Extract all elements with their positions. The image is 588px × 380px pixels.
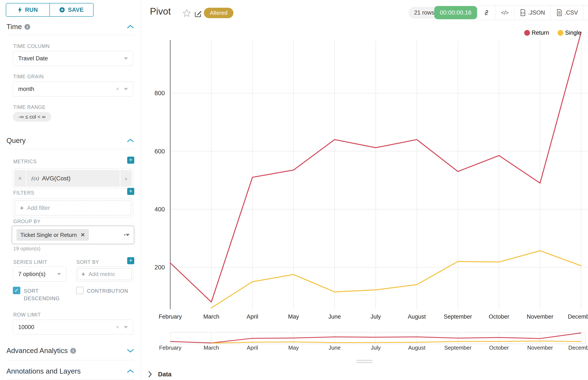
save-label: SAVE [68, 7, 84, 13]
advanced-analytics-title: Advanced Analytics [6, 347, 68, 355]
metric-pill[interactable]: ƒ(x) AVG(Cost) [26, 170, 120, 187]
mini-x-tick-label: April [247, 344, 258, 351]
more-menu-button[interactable] [584, 5, 588, 20]
mini-series-line-Single [211, 341, 581, 343]
add-metric-dashed[interactable]: + Add metric [78, 268, 132, 280]
sort-descending-control[interactable]: ✓ SORT DESCENDING [13, 287, 66, 302]
embed-code-button[interactable]: </> [495, 5, 514, 20]
row-limit-select[interactable]: 10000 × [13, 320, 133, 335]
y-axis-tick-label: 200 [155, 264, 165, 271]
mini-x-tick-label: June [328, 344, 341, 351]
csv-label: .CSV [565, 9, 578, 16]
mini-x-tick-label: November [527, 344, 553, 351]
info-icon[interactable]: i [70, 348, 76, 354]
clear-icon[interactable]: × [116, 324, 119, 331]
chevron-down-icon[interactable] [127, 349, 134, 353]
time-grain-select[interactable]: month × [13, 81, 133, 96]
series-limit-select[interactable]: 7 option(s) [13, 266, 66, 282]
advanced-analytics-header[interactable]: Advanced Analytics i [6, 347, 134, 355]
remove-tag-icon[interactable]: ✕ [81, 232, 85, 238]
clear-icon[interactable]: × [124, 233, 126, 237]
time-column-label: TIME COLUMN [13, 43, 50, 49]
series-line-Single [211, 251, 581, 308]
mini-x-tick-label: July [371, 344, 381, 351]
plus-circle-icon [59, 7, 65, 13]
copy-link-button[interactable] [478, 5, 495, 20]
legend-item-single[interactable]: Single [558, 30, 581, 36]
legend-item-return[interactable]: Return [524, 30, 549, 36]
query-section-title: Query [6, 136, 26, 145]
run-button[interactable]: RUN [6, 3, 49, 16]
chart-series [170, 32, 581, 308]
time-section-title: Time [6, 23, 22, 31]
group-by-select[interactable]: Ticket Single or Return ✕ × [12, 226, 134, 244]
export-json-button[interactable]: .JSON [514, 5, 551, 20]
time-column-value: Travel Date [18, 55, 124, 62]
x-axis-tick-label: May [288, 313, 299, 320]
filters-dropzone: + Add filter [13, 199, 133, 217]
mini-x-tick-label: December [568, 344, 588, 351]
group-by-tag[interactable]: Ticket Single or Return ✕ [17, 229, 89, 241]
annotations-header[interactable]: Annotations and Layers [6, 367, 134, 375]
x-axis-tick-label: April [247, 313, 258, 320]
info-icon[interactable]: i [24, 24, 30, 30]
section-divider [6, 35, 134, 35]
time-range-label: TIME RANGE [13, 104, 46, 110]
x-axis-tick-label: September [444, 313, 472, 320]
mini-x-tick-label: February [159, 344, 181, 351]
x-axis-tick-label: June [328, 313, 341, 320]
mini-x-tick-label: August [408, 344, 426, 351]
edit-icon[interactable] [194, 9, 202, 18]
add-metric-button[interactable]: + [127, 157, 134, 164]
clear-icon[interactable]: × [116, 86, 119, 93]
add-metric-text: Add metric [89, 271, 115, 278]
run-label: RUN [25, 7, 38, 13]
group-by-tag-label: Ticket Single or Return [20, 232, 77, 238]
query-section-header[interactable]: Query [6, 136, 134, 145]
altered-badge[interactable]: Altered [204, 8, 233, 18]
checkbox-checked-icon[interactable]: ✓ [13, 287, 20, 294]
add-filter-button[interactable]: + [127, 188, 134, 195]
x-axis-tick-label: July [370, 313, 381, 320]
mini-x-tick-label: May [288, 344, 299, 351]
file-text-icon [556, 9, 562, 16]
series-limit-value: 7 option(s) [18, 271, 57, 278]
resize-handle[interactable] [356, 360, 373, 361]
add-filter-text: Add filter [27, 205, 50, 211]
save-button[interactable]: SAVE [49, 3, 93, 16]
checkbox-empty-icon[interactable] [76, 287, 83, 294]
chevron-up-icon[interactable] [127, 369, 134, 373]
chevron-up-icon[interactable] [127, 25, 134, 29]
section-divider [6, 379, 134, 380]
plus-icon: + [20, 204, 24, 212]
file-code-icon [520, 9, 526, 16]
time-range-pill[interactable]: -∞ ≤ col < ∞ [13, 112, 51, 122]
chevron-down-icon [124, 57, 128, 60]
add-sort-metric-button[interactable]: + [127, 257, 134, 264]
contribution-control[interactable]: CONTRIBUTION [76, 287, 138, 295]
row-limit-value: 10000 [18, 324, 116, 331]
chevron-up-icon[interactable] [127, 138, 134, 143]
chart-gridlines [170, 40, 588, 309]
json-label: .JSON [528, 9, 545, 16]
section-divider [6, 360, 134, 360]
group-by-hint: 19 option(s) [13, 246, 41, 252]
series-limit-label: SERIES LIMIT [13, 259, 47, 265]
query-timer-badge: 00:00:00.16 [434, 6, 477, 19]
time-column-select[interactable]: Travel Date [13, 51, 133, 66]
resize-handle[interactable] [356, 362, 373, 363]
export-csv-button[interactable]: .CSV [550, 5, 584, 20]
chevron-down-icon [126, 234, 130, 236]
add-filter-dashed[interactable]: + Add filter [15, 200, 131, 215]
y-axis-tick-label: 800 [155, 90, 165, 96]
remove-metric-icon[interactable]: × [14, 170, 26, 187]
data-panel-header[interactable]: Data [141, 368, 588, 380]
star-icon[interactable] [182, 9, 191, 18]
metric-control: × ƒ(x) AVG(Cost) › [13, 169, 133, 188]
range-slider[interactable]: FebruaryMarchAprilMayJuneJulyAugustSepte… [159, 332, 588, 351]
x-axis-tick-label: February [159, 313, 182, 320]
expand-metric-icon[interactable]: › [120, 170, 132, 187]
sort-by-dropzone: + Add metric [76, 266, 133, 282]
time-section-header[interactable]: Time i [6, 23, 134, 31]
legend-label-return: Return [532, 30, 549, 36]
